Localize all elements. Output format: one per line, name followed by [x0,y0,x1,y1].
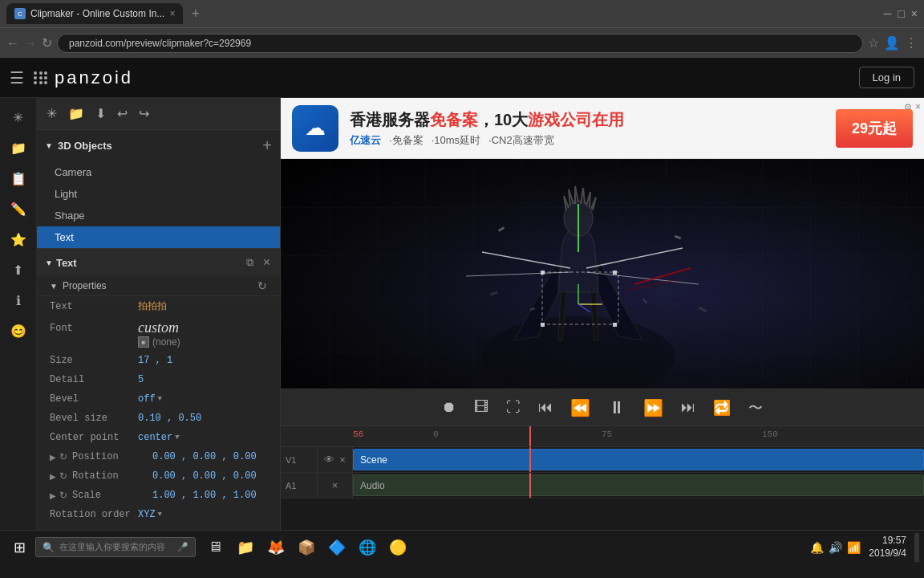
taskbar-app-globe[interactable]: 🌐 [353,533,382,562]
menu-icon[interactable]: ⋮ [905,35,918,51]
step-forward-button[interactable]: ⏩ [640,395,667,421]
bookmark-icon[interactable]: ☆ [868,35,879,51]
reload-button[interactable]: ↻ [42,35,52,51]
taskbar-app-monitor[interactable]: 🖥 [201,533,229,562]
ad-close-button[interactable]: × [915,101,921,112]
sidebar-icon-upload[interactable]: ⬆ [4,255,33,284]
track-content-a1[interactable]: Audio [353,473,924,498]
new-tab-button[interactable]: + [188,6,203,22]
font-sub-text: (none) [152,336,180,348]
object-item-text[interactable]: Text [37,226,280,248]
taskbar-app-folder[interactable]: 📁 [231,533,260,562]
prop-value-bevel-size[interactable]: 0.10 , 0.50 [138,413,201,424]
sidebar-icon-layers[interactable]: 📋 [4,164,33,193]
mic-icon[interactable]: 🎤 [177,542,188,552]
props-subheader[interactable]: ▼ Properties ↻ [37,276,280,296]
undo-tool-button[interactable]: ↩ [114,103,131,124]
objects-add-button[interactable]: + [262,136,272,155]
props-copy-button[interactable]: ⧉ [245,254,255,271]
prop-value-scale[interactable]: 1.00 , 1.00 , 1.00 [152,490,257,501]
screenshot-button[interactable]: 🎞 [471,396,492,419]
track-eye-button-v1[interactable]: 👁 [323,453,335,466]
sidebar-icon-folder[interactable]: 📁 [4,133,33,162]
wave-button[interactable]: 〜 [745,395,766,421]
object-item-camera[interactable]: Camera [37,161,280,183]
prop-row-rotation[interactable]: ▶ ↻ Rotation 0.00 , 0.00 , 0.00 [37,466,280,486]
prop-value-position[interactable]: 0.00 , 0.00 , 0.00 [152,451,257,462]
panel-toolbar: ✳ 📁 ⬇ ↩ ↪ [37,98,280,130]
asterisk-tool-button[interactable]: ✳ [43,103,60,124]
forward-button[interactable]: → [24,36,37,51]
track-content-v1[interactable]: Scene [353,447,924,472]
props-close-button[interactable]: × [261,254,272,271]
login-button[interactable]: Log in [859,67,914,88]
profile-icon[interactable]: 👤 [884,35,900,51]
objects-section-header[interactable]: ▼ 3D Objects + [37,130,280,161]
record-button[interactable]: ⏺ [439,396,460,419]
browser-toolbar: ← → ↻ panzoid.com/preview/clipmaker?c=29… [0,27,924,58]
taskbar-app-firefox[interactable]: 🦊 [261,533,290,562]
timeline-track-a1: A1 × Audio [281,473,924,499]
start-button[interactable]: ⊞ [5,533,34,562]
notification-icon[interactable]: 🔔 [810,541,824,554]
back-button[interactable]: ← [6,36,19,51]
prop-value-center-point[interactable]: center ▼ [138,432,180,443]
taskbar-search-bar[interactable]: 🔍 在这里输入你要搜索的内容 🎤 [35,537,196,557]
prop-label-detail: Detail [50,374,138,385]
minimize-button[interactable]: ─ [883,7,891,20]
tab-close-icon[interactable]: × [169,8,175,19]
prop-value-rotation-order[interactable]: XYZ ▼ [138,509,162,520]
prop-row-scale[interactable]: ▶ ↻ Scale 1.00 , 1.00 , 1.00 [37,486,280,505]
prop-value-size[interactable]: 17 , 1 [138,355,172,366]
track-clip-v1: Scene [353,449,924,470]
track-close-button-v1[interactable]: × [338,453,346,466]
step-back-button[interactable]: ⏪ [567,395,594,421]
svg-rect-12 [490,291,498,295]
font-sub-display[interactable]: ■ (none) [138,336,180,348]
track-clip-a1: Audio [353,474,924,496]
sidebar-icon-info[interactable]: ℹ [4,286,33,315]
maximize-button[interactable]: □ [898,7,904,20]
track-close-button-a1[interactable]: × [331,478,339,492]
object-item-light[interactable]: Light [37,183,280,205]
volume-icon[interactable]: 🔊 [829,541,842,554]
folder-tool-button[interactable]: 📁 [65,103,87,124]
taskbar-show-desktop[interactable] [914,533,919,562]
taskbar-app-circle[interactable]: 🟡 [383,533,412,562]
network-icon[interactable]: 📶 [847,541,861,554]
svg-line-18 [578,304,590,312]
prop-value-text[interactable]: 拍拍拍 [138,299,167,313]
sidebar-icon-pencil[interactable]: ✏️ [4,194,33,223]
prop-row-position[interactable]: ▶ ↻ Position 0.00 , 0.00 , 0.00 [37,447,280,466]
close-window-button[interactable]: × [911,7,918,20]
prop-value-detail[interactable]: 5 [138,374,144,385]
download-tool-button[interactable]: ⬇ [92,103,109,124]
sidebar-icon-star[interactable]: ⭐ [4,225,33,254]
taskbar-app-diamond[interactable]: 🔷 [322,533,351,562]
sidebar-icon-emoji[interactable]: 😊 [4,316,33,345]
fullscreen-button[interactable]: ⛶ [503,396,524,419]
taskbar-app-box[interactable]: 📦 [292,533,321,562]
timeline-playhead [529,426,531,446]
ad-cta-button[interactable]: 29元起 [836,109,913,148]
sidebar-icon-asterisk[interactable]: ✳ [4,103,33,132]
pause-button[interactable]: ⏸ [605,394,629,421]
browser-tab[interactable]: C Clipmaker - Online Custom In... × [6,3,183,24]
ad-close-area: ⚙ × [904,101,921,112]
subheader-refresh-icon[interactable]: ↻ [257,279,267,292]
ad-settings-button[interactable]: ⚙ [904,101,912,112]
svg-rect-23 [613,323,617,327]
taskbar-apps-row: 🖥 📁 🦊 📦 🔷 🌐 🟡 [201,533,412,562]
object-item-shape[interactable]: Shape [37,205,280,226]
prop-value-bevel[interactable]: off ▼ [138,393,162,405]
skip-forward-button[interactable]: ⏭ [678,396,699,419]
redo-tool-button[interactable]: ↪ [136,103,152,124]
loop-button[interactable]: 🔁 [710,396,734,420]
prop-value-rotation[interactable]: 0.00 , 0.00 , 0.00 [152,470,257,482]
hamburger-icon[interactable]: ☰ [10,68,24,88]
font-name-display[interactable]: custom [138,320,180,336]
address-bar[interactable]: panzoid.com/preview/clipmaker?c=292969 [57,34,863,53]
skip-back-button[interactable]: ⏮ [535,396,556,419]
prop-row-bevel: Bevel off ▼ [37,389,280,409]
video-preview: ⏺ 🎞 ⛶ ⏮ ⏪ ⏸ ⏩ ⏭ 🔁 〜 [281,159,924,425]
